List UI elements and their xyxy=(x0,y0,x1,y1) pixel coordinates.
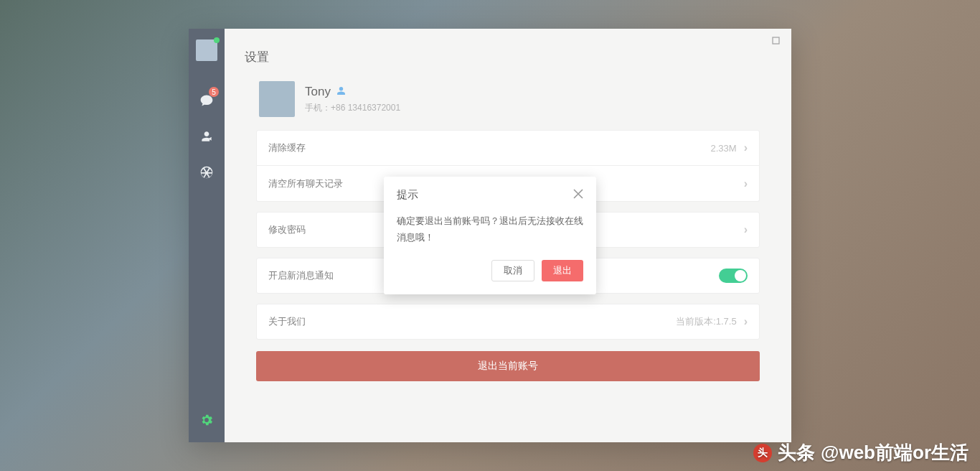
dialog-title: 提示 xyxy=(397,188,418,202)
app-window: 5 设置 Tony xyxy=(189,29,791,442)
confirm-dialog: 提示 确定要退出当前账号吗？退出后无法接收在线消息哦！ 取消 退出 xyxy=(384,177,596,294)
watermark: 头 头条 @web前端or生活 xyxy=(753,440,969,465)
watermark-logo-icon: 头 xyxy=(753,444,772,462)
watermark-prefix: 头条 xyxy=(778,440,815,465)
confirm-button[interactable]: 退出 xyxy=(542,260,583,281)
close-icon xyxy=(573,189,583,199)
dialog-message: 确定要退出当前账号吗？退出后无法接收在线消息哦！ xyxy=(384,207,596,255)
watermark-handle: @web前端or生活 xyxy=(821,440,969,465)
cancel-button[interactable]: 取消 xyxy=(491,260,534,281)
dialog-close-button[interactable] xyxy=(573,189,583,202)
modal-overlay[interactable]: 提示 确定要退出当前账号吗？退出后无法接收在线消息哦！ 取消 退出 xyxy=(189,29,791,442)
